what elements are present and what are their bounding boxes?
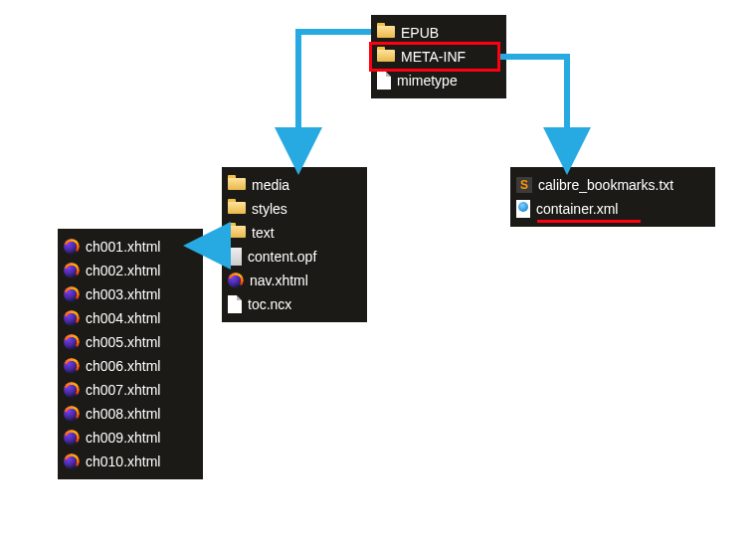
item-label: ch008.xhtml (86, 406, 160, 422)
item-label: container.xml (536, 201, 618, 217)
list-item[interactable]: media (228, 173, 357, 197)
web-file-icon (516, 200, 530, 218)
list-item[interactable]: text (228, 221, 357, 245)
firefox-icon (64, 239, 80, 255)
firefox-icon (64, 358, 80, 374)
firefox-icon (64, 286, 80, 302)
list-item[interactable]: calibre_bookmarks.txt (516, 173, 705, 197)
item-label: content.opf (248, 249, 316, 265)
item-label: ch010.xhtml (86, 454, 160, 469)
list-item[interactable]: ch004.xhtml (64, 306, 193, 330)
file-icon (228, 295, 242, 313)
list-item[interactable]: ch007.xhtml (64, 378, 193, 402)
list-item[interactable]: toc.ncx (228, 292, 357, 316)
item-label: mimetype (397, 73, 458, 89)
list-item[interactable]: ch005.xhtml (64, 330, 193, 354)
item-label: ch003.xhtml (86, 286, 160, 302)
firefox-icon (64, 454, 80, 469)
firefox-icon (228, 273, 244, 288)
firefox-icon (64, 310, 80, 326)
text-folder-panel: ch001.xhtml ch002.xhtml ch003.xhtml ch00… (58, 229, 203, 479)
firefox-icon (64, 382, 80, 398)
arrow-metainf-to-contents (500, 57, 567, 157)
folder-icon (377, 26, 395, 40)
list-item[interactable]: ch009.xhtml (64, 426, 193, 450)
list-item[interactable]: ch001.xhtml (64, 235, 193, 259)
list-item[interactable]: ch010.xhtml (64, 450, 193, 473)
folder-icon (228, 202, 246, 216)
firefox-icon (64, 263, 80, 278)
file-icon (228, 248, 242, 266)
list-item[interactable]: nav.xhtml (228, 269, 357, 292)
list-item[interactable]: ch008.xhtml (64, 402, 193, 426)
list-item[interactable]: container.xml (516, 197, 705, 221)
item-label: EPUB (401, 25, 439, 41)
list-item[interactable]: mimetype (377, 69, 496, 92)
highlight-box-metainf (369, 42, 500, 72)
folder-icon (228, 178, 246, 192)
list-item[interactable]: ch003.xhtml (64, 282, 193, 306)
item-label: ch005.xhtml (86, 334, 160, 350)
item-label: nav.xhtml (250, 273, 308, 288)
item-label: media (252, 177, 289, 193)
arrow-epub-to-contents (298, 32, 371, 157)
firefox-icon (64, 406, 80, 422)
highlight-underline-container (537, 220, 641, 223)
item-label: ch001.xhtml (86, 239, 160, 255)
sublime-icon (516, 177, 532, 193)
metainf-folder-panel: calibre_bookmarks.txt container.xml (510, 167, 715, 227)
list-item[interactable]: content.opf (228, 245, 357, 269)
item-label: ch004.xhtml (86, 310, 160, 326)
list-item[interactable]: styles (228, 197, 357, 221)
list-item[interactable]: ch002.xhtml (64, 259, 193, 282)
item-label: ch006.xhtml (86, 358, 160, 374)
item-label: ch002.xhtml (86, 263, 160, 278)
folder-icon (228, 226, 246, 240)
list-item[interactable]: ch006.xhtml (64, 354, 193, 378)
file-icon (377, 72, 391, 90)
item-label: ch007.xhtml (86, 382, 160, 398)
item-label: text (252, 225, 275, 241)
item-label: styles (252, 201, 287, 217)
item-label: calibre_bookmarks.txt (538, 177, 673, 193)
item-label: ch009.xhtml (86, 430, 160, 446)
firefox-icon (64, 430, 80, 446)
epub-folder-panel: media styles text content.opf nav.xhtml … (222, 167, 367, 322)
firefox-icon (64, 334, 80, 350)
item-label: toc.ncx (248, 296, 291, 312)
